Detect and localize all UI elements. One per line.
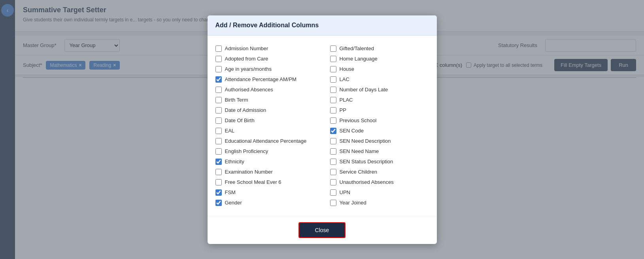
checkbox-row-left-13: Free School Meal Ever 6	[215, 177, 314, 187]
modal-right-column: Gifted/TalentedHome LanguageHouseLACNumb…	[330, 43, 429, 208]
checkbox-row-right-1: Home Language	[330, 54, 429, 64]
checkbox-educational-attendance-percentage[interactable]	[215, 138, 222, 144]
checkbox-row-left-8: EAL	[215, 126, 314, 136]
checkbox-row-left-9: Educational Attendance Percentage	[215, 136, 314, 146]
checkbox-row-left-2: Age in years/months	[215, 64, 314, 74]
checkbox-label: PLAC	[340, 97, 353, 103]
checkbox-unauthorised-absences[interactable]	[330, 179, 336, 185]
checkbox-label: SEN Need Description	[340, 138, 391, 144]
checkbox-row-right-11: SEN Status Description	[330, 157, 429, 167]
checkbox-gifted/talented[interactable]	[330, 45, 336, 52]
checkbox-upn[interactable]	[330, 189, 336, 196]
checkbox-english-proficiency[interactable]	[215, 148, 222, 155]
checkbox-row-right-9: SEN Need Description	[330, 136, 429, 146]
checkbox-age-in-years/months[interactable]	[215, 66, 222, 72]
checkbox-label: Birth Term	[225, 97, 248, 103]
checkbox-label: Free School Meal Ever 6	[225, 179, 281, 185]
checkbox-service-children[interactable]	[330, 169, 336, 175]
checkbox-row-left-0: Admission Number	[215, 43, 314, 54]
modal-body: Admission NumberAdopted from CareAge in …	[208, 36, 437, 216]
checkbox-row-left-1: Adopted from Care	[215, 54, 314, 64]
checkbox-label: LAC	[340, 76, 349, 82]
checkbox-label: FSM	[225, 189, 236, 195]
checkbox-label: Authorised Absences	[225, 87, 273, 93]
modal-header: Add / Remove Additional Columns	[208, 15, 437, 36]
checkbox-label: PP	[340, 107, 346, 113]
checkbox-gender[interactable]	[215, 200, 222, 206]
checkbox-fsm[interactable]	[215, 189, 222, 196]
checkbox-label: Gender	[225, 200, 242, 206]
checkbox-admission-number[interactable]	[215, 45, 222, 52]
checkbox-label: English Proficiency	[225, 148, 268, 154]
checkbox-row-left-12: Examination Number	[215, 167, 314, 177]
checkbox-sen-need-description[interactable]	[330, 138, 336, 144]
checkbox-row-left-10: English Proficiency	[215, 146, 314, 157]
checkbox-number-of-days-late[interactable]	[330, 87, 336, 93]
checkbox-house[interactable]	[330, 66, 336, 72]
checkbox-previous-school[interactable]	[330, 117, 336, 124]
checkbox-sen-code[interactable]	[330, 128, 336, 134]
checkbox-row-right-13: Unauthorised Absences	[330, 177, 429, 187]
checkbox-authorised-absences[interactable]	[215, 87, 222, 93]
checkbox-label: SEN Code	[340, 128, 364, 134]
checkbox-row-right-7: Previous School	[330, 115, 429, 126]
checkbox-row-right-5: PLAC	[330, 95, 429, 105]
checkbox-label: Date of Admission	[225, 107, 266, 113]
checkbox-adopted-from-care[interactable]	[215, 56, 222, 62]
checkbox-label: Previous School	[340, 117, 377, 123]
checkbox-row-left-6: Date of Admission	[215, 105, 314, 115]
checkbox-row-left-11: Ethnicity	[215, 157, 314, 167]
checkbox-row-left-4: Authorised Absences	[215, 85, 314, 95]
checkbox-label: Date Of Birth	[225, 117, 255, 123]
add-remove-columns-modal: Add / Remove Additional Columns Admissio…	[208, 15, 437, 244]
checkbox-sen-need-name[interactable]	[330, 148, 336, 155]
checkbox-row-right-8: SEN Code	[330, 126, 429, 136]
checkbox-row-left-5: Birth Term	[215, 95, 314, 105]
checkbox-row-right-4: Number of Days Late	[330, 85, 429, 95]
checkbox-home-language[interactable]	[330, 56, 336, 62]
checkbox-row-right-10: SEN Need Name	[330, 146, 429, 157]
checkbox-row-left-3: Attendance Percentage AM/PM	[215, 74, 314, 85]
checkbox-label: Educational Attendance Percentage	[225, 138, 307, 144]
checkbox-ethnicity[interactable]	[215, 159, 222, 165]
checkbox-label: Examination Number	[225, 169, 273, 175]
checkbox-attendance-percentage-am/pm[interactable]	[215, 76, 222, 83]
checkbox-row-right-0: Gifted/Talented	[330, 43, 429, 54]
checkbox-row-left-14: FSM	[215, 187, 314, 198]
checkbox-sen-status-description[interactable]	[330, 159, 336, 165]
checkbox-label: Year Joined	[340, 200, 366, 206]
checkbox-label: Home Language	[340, 56, 378, 62]
checkbox-row-right-3: LAC	[330, 74, 429, 85]
checkbox-row-right-2: House	[330, 64, 429, 74]
checkbox-plac[interactable]	[330, 97, 336, 103]
checkbox-eal[interactable]	[215, 128, 222, 134]
checkbox-label: Ethnicity	[225, 159, 244, 164]
checkbox-row-left-15: Gender	[215, 198, 314, 208]
modal-title: Add / Remove Additional Columns	[215, 22, 319, 28]
checkbox-label: UPN	[340, 189, 350, 195]
checkbox-row-right-6: PP	[330, 105, 429, 115]
checkbox-label: SEN Need Name	[340, 148, 379, 154]
checkbox-row-right-12: Service Children	[330, 167, 429, 177]
checkbox-pp[interactable]	[330, 107, 336, 113]
checkbox-label: House	[340, 66, 355, 72]
checkbox-label: SEN Status Description	[340, 159, 393, 164]
checkbox-free-school-meal-ever-6[interactable]	[215, 179, 222, 185]
checkbox-examination-number[interactable]	[215, 169, 222, 175]
modal-left-column: Admission NumberAdopted from CareAge in …	[215, 43, 314, 208]
checkbox-row-right-15: Year Joined	[330, 198, 429, 208]
checkbox-label: Attendance Percentage AM/PM	[225, 76, 297, 82]
checkbox-year-joined[interactable]	[330, 200, 336, 206]
checkbox-lac[interactable]	[330, 76, 336, 83]
checkbox-date-of-birth[interactable]	[215, 117, 222, 124]
checkbox-row-right-14: UPN	[330, 187, 429, 198]
close-modal-button[interactable]: Close	[298, 222, 346, 238]
checkbox-label: Age in years/months	[225, 66, 272, 72]
checkbox-label: Gifted/Talented	[340, 45, 374, 51]
modal-footer: Close	[208, 216, 437, 244]
checkbox-label: Service Children	[340, 169, 377, 175]
checkbox-label: Admission Number	[225, 45, 268, 51]
checkbox-birth-term[interactable]	[215, 97, 222, 103]
checkbox-date-of-admission[interactable]	[215, 107, 222, 113]
checkbox-label: Unauthorised Absences	[340, 179, 394, 185]
